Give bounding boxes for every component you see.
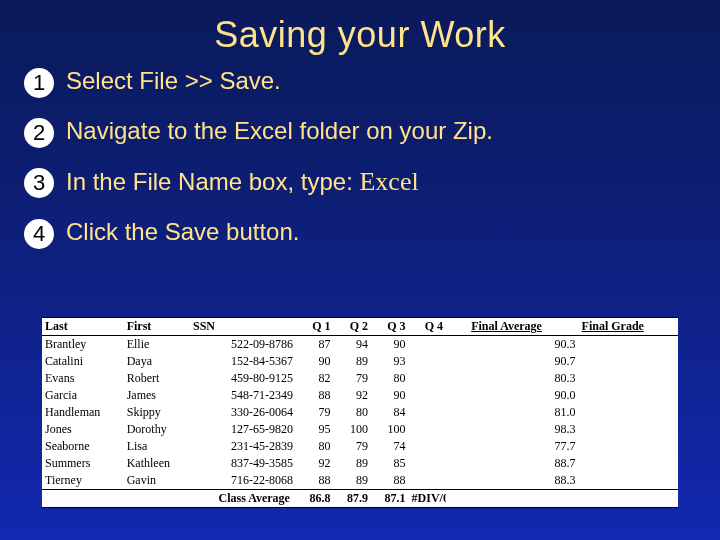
cell-gap	[446, 353, 468, 370]
cell-final-grade	[579, 353, 678, 370]
cell-q2: 94	[333, 336, 371, 354]
col-gap	[446, 318, 468, 336]
cell-q4	[409, 336, 447, 354]
cell-final-average: 80.3	[468, 370, 578, 387]
cell-q3: 88	[371, 472, 409, 490]
cell-q3: 90	[371, 387, 409, 404]
cell-q1: 90	[296, 353, 334, 370]
slide-title: Saving your Work	[0, 0, 720, 66]
step-4: 4 Click the Save button.	[24, 217, 700, 249]
cell-q2: 79	[333, 438, 371, 455]
step-text-prefix: In the File Name box, type:	[66, 168, 359, 195]
cell-q1: 88	[296, 387, 334, 404]
footer-q4: #DIV/0!	[409, 490, 447, 508]
cell-first: Kathleen	[124, 455, 190, 472]
cell-first: Skippy	[124, 404, 190, 421]
cell-last: Garcia	[42, 387, 124, 404]
cell-final-average: 90.0	[468, 387, 578, 404]
table-row: JonesDorothy127-65-98209510010098.3	[42, 421, 678, 438]
cell-q3: 74	[371, 438, 409, 455]
cell-gap	[446, 421, 468, 438]
step-text-emphasis: Excel	[359, 167, 418, 196]
col-header-final-grade: Final Grade	[579, 318, 678, 336]
footer-q3: 87.1	[371, 490, 409, 508]
step-text: Select File >> Save.	[66, 66, 700, 96]
table-row: EvansRobert459-80-912582798080.3	[42, 370, 678, 387]
cell-final-grade	[579, 438, 678, 455]
cell-final-average: 88.7	[468, 455, 578, 472]
cell-final-average: 90.3	[468, 336, 578, 354]
table-row: SummersKathleen837-49-358592898588.7	[42, 455, 678, 472]
cell-final-grade	[579, 472, 678, 490]
footer-fgrade	[579, 490, 678, 508]
cell-q3: 80	[371, 370, 409, 387]
cell-ssn: 522-09-8786	[190, 336, 296, 354]
col-header-first: First	[124, 318, 190, 336]
cell-final-grade	[579, 370, 678, 387]
table-row: SeaborneLisa231-45-283980797477.7	[42, 438, 678, 455]
cell-final-grade	[579, 455, 678, 472]
cell-last: Jones	[42, 421, 124, 438]
cell-q2: 79	[333, 370, 371, 387]
table-row: BrantleyEllie522-09-878687949090.3	[42, 336, 678, 354]
cell-final-grade	[579, 336, 678, 354]
cell-first: Lisa	[124, 438, 190, 455]
step-text: In the File Name box, type: Excel	[66, 166, 700, 199]
cell-last: Brantley	[42, 336, 124, 354]
cell-final-average: 98.3	[468, 421, 578, 438]
table-row: CataliniDaya152-84-536790899390.7	[42, 353, 678, 370]
table-body: BrantleyEllie522-09-878687949090.3Catali…	[42, 336, 678, 490]
cell-q1: 95	[296, 421, 334, 438]
step-number: 3	[24, 168, 54, 198]
col-header-last: Last	[42, 318, 124, 336]
cell-q2: 89	[333, 455, 371, 472]
cell-q2: 89	[333, 472, 371, 490]
step-number: 1	[24, 68, 54, 98]
table-header-row: Last First SSN Q 1 Q 2 Q 3 Q 4 Final Ave…	[42, 318, 678, 336]
cell-q4	[409, 404, 447, 421]
cell-final-average: 88.3	[468, 472, 578, 490]
cell-first: Daya	[124, 353, 190, 370]
col-header-q2: Q 2	[333, 318, 371, 336]
cell-ssn: 459-80-9125	[190, 370, 296, 387]
cell-last: Evans	[42, 370, 124, 387]
steps-list: 1 Select File >> Save. 2 Navigate to the…	[0, 66, 720, 249]
cell-first: Dorothy	[124, 421, 190, 438]
cell-q1: 87	[296, 336, 334, 354]
cell-ssn: 837-49-3585	[190, 455, 296, 472]
footer-gap	[446, 490, 468, 508]
step-number: 2	[24, 118, 54, 148]
cell-last: Seaborne	[42, 438, 124, 455]
step-2: 2 Navigate to the Excel folder on your Z…	[24, 116, 700, 148]
cell-q3: 100	[371, 421, 409, 438]
cell-q4	[409, 472, 447, 490]
step-1: 1 Select File >> Save.	[24, 66, 700, 98]
cell-q2: 80	[333, 404, 371, 421]
table-row: HandlemanSkippy330-26-006479808481.0	[42, 404, 678, 421]
cell-last: Summers	[42, 455, 124, 472]
cell-ssn: 330-26-0064	[190, 404, 296, 421]
cell-final-average: 90.7	[468, 353, 578, 370]
cell-final-grade	[579, 387, 678, 404]
cell-gap	[446, 336, 468, 354]
cell-q1: 88	[296, 472, 334, 490]
grade-table: Last First SSN Q 1 Q 2 Q 3 Q 4 Final Ave…	[42, 317, 678, 508]
cell-q2: 92	[333, 387, 371, 404]
cell-q2: 89	[333, 353, 371, 370]
cell-gap	[446, 472, 468, 490]
footer-label: Class Average	[42, 490, 296, 508]
cell-final-grade	[579, 404, 678, 421]
data-table-container: Last First SSN Q 1 Q 2 Q 3 Q 4 Final Ave…	[42, 317, 678, 508]
table-row: TierneyGavin716-22-806888898888.3	[42, 472, 678, 490]
footer-q1: 86.8	[296, 490, 334, 508]
cell-q1: 79	[296, 404, 334, 421]
cell-last: Handleman	[42, 404, 124, 421]
cell-q4	[409, 438, 447, 455]
cell-gap	[446, 370, 468, 387]
cell-q4	[409, 370, 447, 387]
cell-gap	[446, 455, 468, 472]
cell-first: Ellie	[124, 336, 190, 354]
cell-q1: 92	[296, 455, 334, 472]
col-header-ssn: SSN	[190, 318, 296, 336]
cell-final-average: 81.0	[468, 404, 578, 421]
